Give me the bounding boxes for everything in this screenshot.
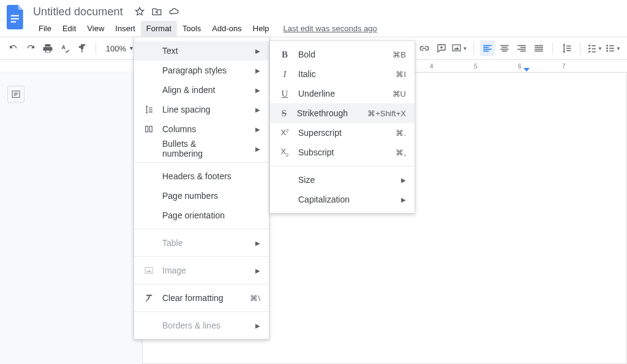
redo-button[interactable] <box>23 40 38 56</box>
menu-view[interactable]: View <box>81 21 110 36</box>
text-item-bold[interactable]: BBold⌘B <box>270 45 415 64</box>
format-item-bullets-numbering[interactable]: Bullets & numbering▶ <box>134 139 269 158</box>
format-item-table: Table▶ <box>134 233 269 253</box>
add-comment-button[interactable] <box>434 40 449 56</box>
text-item-subscript[interactable]: X2Subscript⌘, <box>270 143 415 162</box>
last-edit-link[interactable]: Last edit was seconds ago <box>283 24 377 33</box>
format-item-paragraph-styles[interactable]: Paragraph styles▶ <box>134 61 269 80</box>
shortcut-label: ⌘B <box>392 50 406 59</box>
menu-tools[interactable]: Tools <box>177 21 206 36</box>
text-submenu: BBold⌘BIItalic⌘IUUnderline⌘USStrikethrou… <box>269 40 415 214</box>
menu-edit[interactable]: Edit <box>57 21 81 36</box>
format-item-label: Table <box>162 238 236 248</box>
format-item-label: Borders & lines <box>162 321 236 330</box>
line-spacing-button[interactable] <box>559 40 574 56</box>
menu-format[interactable]: Format <box>141 21 177 36</box>
format-item-label: Page orientation <box>162 210 260 220</box>
document-title[interactable]: Untitled document <box>33 6 123 18</box>
text-item-label: Bold <box>298 50 373 59</box>
format-item-image: Image▶ <box>134 261 269 280</box>
ruler-number: 7 <box>562 63 566 70</box>
svg-point-6 <box>606 50 608 52</box>
undo-button[interactable] <box>6 40 21 56</box>
text-item-capitalization[interactable]: Capitalization▶ <box>270 190 415 209</box>
align-justify-button[interactable] <box>531 40 546 56</box>
align-center-button[interactable] <box>497 40 512 56</box>
format-item-headers-footers[interactable]: Headers & footers <box>134 166 269 186</box>
insert-image-button[interactable]: ▼ <box>451 40 467 56</box>
format-item-line-spacing[interactable]: Line spacing▶ <box>134 100 269 119</box>
cloud-status-icon[interactable] <box>168 6 179 17</box>
text-item-label: Strikethrough <box>297 108 348 118</box>
text-item-italic[interactable]: IItalic⌘I <box>270 64 415 84</box>
shortcut-label: ⌘\ <box>250 294 260 303</box>
star-icon[interactable] <box>134 6 145 17</box>
format-item-page-orientation[interactable]: Page orientation <box>134 206 269 225</box>
insert-link-button[interactable] <box>417 40 432 56</box>
svg-rect-3 <box>452 45 460 51</box>
text-item-label: Italic <box>298 69 376 79</box>
print-button[interactable] <box>40 40 55 56</box>
shortcut-label: ⌘I <box>396 70 406 79</box>
text-item-underline[interactable]: UUnderline⌘U <box>270 84 415 103</box>
image-icon <box>143 266 155 275</box>
menu-file[interactable]: File <box>33 21 57 36</box>
outline-toggle[interactable] <box>7 86 24 103</box>
text-item-label: Size <box>298 175 381 185</box>
text-item-superscript[interactable]: X2Superscript⌘. <box>270 123 415 143</box>
format-item-label: Page numbers <box>162 191 260 201</box>
format-item-label: Text <box>162 46 236 56</box>
format-item-label: Clear formatting <box>162 293 230 303</box>
docs-logo[interactable] <box>5 6 27 28</box>
align-left-button[interactable] <box>480 40 495 56</box>
columns-icon <box>143 124 155 134</box>
bulleted-list-button[interactable]: ▼ <box>605 40 621 56</box>
format-item-separator <box>134 229 269 229</box>
text-item-label: Underline <box>298 89 373 98</box>
move-icon[interactable] <box>151 6 162 17</box>
checklist-button[interactable]: ▼ <box>587 40 603 56</box>
format-item-separator <box>134 284 269 284</box>
text-item-strikethrough[interactable]: SStrikethrough⌘+Shift+X <box>270 103 415 123</box>
line-spacing-icon <box>143 105 155 114</box>
ruler-number: 5 <box>474 63 478 70</box>
menu-add-ons[interactable]: Add-ons <box>206 21 247 36</box>
sup-icon: X2 <box>279 128 291 137</box>
submenu-arrow-icon: ▶ <box>255 106 260 113</box>
text-item-size[interactable]: Size▶ <box>270 170 415 190</box>
spellcheck-button[interactable] <box>58 40 72 56</box>
submenu-arrow-icon: ▶ <box>255 322 260 329</box>
text-item-label: Superscript <box>298 128 376 138</box>
sub-icon: X2 <box>279 147 291 158</box>
format-item-label: Line spacing <box>162 105 236 114</box>
strike-icon: S <box>279 108 290 119</box>
shortcut-label: ⌘. <box>396 128 406 138</box>
svg-rect-0 <box>11 15 19 17</box>
shortcut-label: ⌘, <box>396 148 406 157</box>
align-right-button[interactable] <box>514 40 529 56</box>
ruler-indent-marker[interactable] <box>524 68 530 72</box>
format-item-page-numbers[interactable]: Page numbers <box>134 186 269 206</box>
format-item-label: Bullets & numbering <box>162 139 236 158</box>
submenu-arrow-icon: ▶ <box>255 146 260 152</box>
svg-rect-8 <box>145 267 152 273</box>
menu-help[interactable]: Help <box>247 21 275 36</box>
text-item-label: Capitalization <box>298 195 381 204</box>
bold-icon: B <box>279 50 291 60</box>
format-menu: Text▶Paragraph styles▶Align & indent▶Lin… <box>133 37 269 340</box>
ruler-number: 4 <box>430 63 434 70</box>
italic-icon: I <box>279 69 291 80</box>
submenu-arrow-icon: ▶ <box>255 126 260 133</box>
format-item-label: Columns <box>162 124 236 134</box>
format-item-align-indent[interactable]: Align & indent▶ <box>134 80 269 100</box>
format-item-clear-formatting[interactable]: Clear formatting⌘\ <box>134 288 269 308</box>
text-item-separator <box>270 166 415 166</box>
format-item-separator <box>134 311 269 312</box>
submenu-arrow-icon: ▶ <box>255 267 260 274</box>
menu-insert[interactable]: Insert <box>110 21 141 36</box>
format-item-text[interactable]: Text▶ <box>134 41 269 61</box>
format-item-columns[interactable]: Columns▶ <box>134 119 269 139</box>
clear-format-icon <box>143 293 155 303</box>
zoom-select[interactable]: 100%▼ <box>102 44 138 53</box>
paint-format-button[interactable] <box>75 40 89 56</box>
